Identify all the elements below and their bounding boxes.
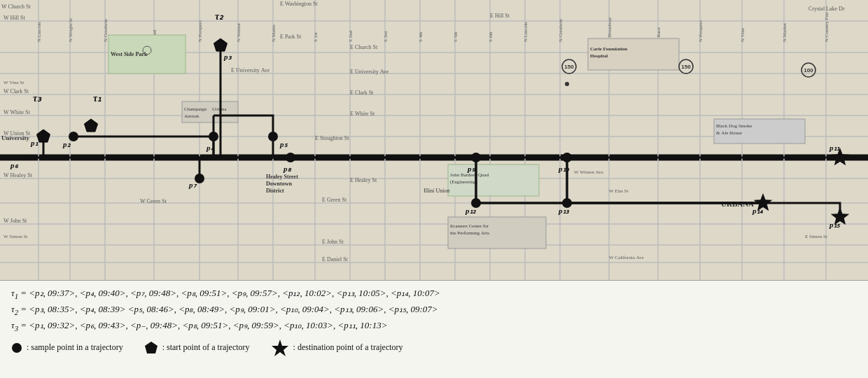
circle-icon — [11, 342, 22, 354]
legend-pentagon: : start point of a trajectory — [144, 341, 250, 355]
svg-marker-1 — [145, 342, 158, 354]
tau3-label: τ3 — [11, 320, 18, 330]
pentagon-legend-label: : start point of a trajectory — [162, 342, 250, 353]
circle-legend-label: : sample point in a trajectory — [27, 342, 123, 353]
trajectory-list: τ1 = <p₂, 09:37>, <p₄, 09:40>, <p₇, 09:4… — [11, 286, 857, 335]
tau2-description: = <p₃, 08:35>, <p₄, 08:39> <p₅, 08:46>, … — [20, 304, 438, 314]
map-area — [0, 0, 868, 280]
pentagon-icon — [144, 341, 158, 355]
star-icon — [271, 339, 289, 357]
legend-area: τ1 = <p₂, 09:37>, <p₄, 09:40>, <p₇, 09:4… — [0, 280, 868, 378]
tau2-label: τ2 — [11, 304, 18, 314]
legend-icons: : sample point in a trajectory : start p… — [11, 339, 857, 357]
tau3-description: = <p₁, 09:32>, <p₆, 09:43>, <p₋, 09:48>,… — [20, 320, 387, 330]
legend-circle: : sample point in a trajectory — [11, 342, 123, 354]
svg-point-0 — [12, 343, 22, 353]
tau1-label: τ1 — [11, 288, 18, 298]
legend-star: : destination point of a trajectory — [271, 339, 403, 357]
tau3-row: τ3 = <p₁, 09:32>, <p₆, 09:43>, <p₋, 09:4… — [11, 318, 857, 335]
star-legend-label: : destination point of a trajectory — [293, 342, 403, 353]
tau2-row: τ2 = <p₃, 08:35>, <p₄, 08:39> <p₅, 08:46… — [11, 302, 857, 318]
tau1-row: τ1 = <p₂, 09:37>, <p₄, 09:40>, <p₇, 09:4… — [11, 286, 857, 302]
svg-marker-2 — [272, 340, 288, 356]
tau1-description: = <p₂, 09:37>, <p₄, 09:40>, <p₇, 09:48>,… — [20, 288, 440, 298]
